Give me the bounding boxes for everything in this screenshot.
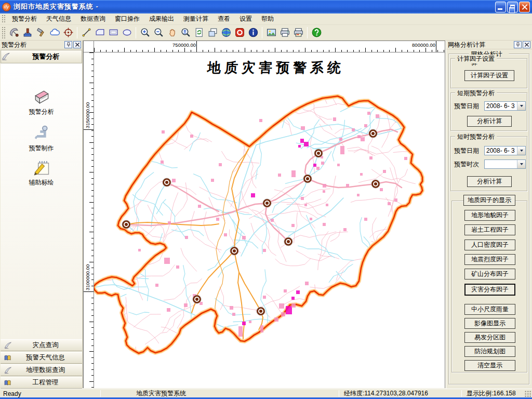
map-canvas-wrap: 地质灾害预警系统 <box>94 52 445 388</box>
short-term-analyze-button[interactable]: 分析计算 <box>467 116 512 127</box>
disaster-point[interactable] <box>257 307 265 315</box>
pin-button[interactable] <box>64 41 72 48</box>
book-icon <box>4 379 12 387</box>
rectangle-tool-button[interactable] <box>107 26 120 39</box>
info-button[interactable] <box>246 26 260 39</box>
extra-button-影像图显示[interactable]: 影像图显示 <box>464 318 515 329</box>
extra-button-易发分区图[interactable]: 易发分区图 <box>464 332 515 343</box>
hammer-button[interactable] <box>34 26 48 39</box>
polygon-tool-button[interactable] <box>93 26 107 39</box>
disaster-point[interactable] <box>303 175 312 183</box>
close-icon <box>524 42 530 48</box>
image-button[interactable] <box>264 26 278 39</box>
cloud-icon <box>49 27 60 38</box>
globe-button[interactable] <box>219 26 233 39</box>
toolbar-gripper[interactable] <box>2 26 6 38</box>
help-button[interactable] <box>310 26 323 39</box>
satellite-dish-button[interactable] <box>7 26 21 39</box>
sidebar-bar-地理数据查询[interactable]: 地理数据查询 <box>1 364 82 376</box>
short-term-date-combobox[interactable]: 2008- 6- 3 <box>484 101 526 111</box>
disaster-point[interactable] <box>314 149 323 157</box>
factor-button-矿山分布因子[interactable]: 矿山分布因子 <box>464 269 515 280</box>
factor-button-地形地貌因子[interactable]: 地形地貌因子 <box>464 210 515 221</box>
left-panel-close-button[interactable] <box>73 41 81 48</box>
quill-icon <box>1 52 10 61</box>
status-coordinates: 经纬度:114.273103,28.047916 <box>341 389 460 398</box>
info-icon <box>248 27 259 38</box>
disaster-point[interactable] <box>193 295 201 303</box>
extra-button-防治规划图[interactable]: 防治规划图 <box>464 346 515 357</box>
disaster-point[interactable] <box>122 220 130 229</box>
factor-button-岩土工程因子[interactable]: 岩土工程因子 <box>464 224 515 235</box>
right-panel-close-button[interactable] <box>523 41 530 48</box>
zoom-extent-button[interactable] <box>179 26 192 39</box>
pin-button[interactable] <box>514 41 522 48</box>
menu-gripper[interactable] <box>2 15 6 23</box>
disaster-point[interactable] <box>163 178 171 187</box>
disaster-point[interactable] <box>371 180 380 188</box>
factor-display-header-button[interactable]: 地质因子的显示 <box>463 195 515 206</box>
short-time-date-combobox[interactable]: 2008- 6- 3 <box>484 146 526 155</box>
sidebar-item-预警分析[interactable]: 预警分析 <box>1 87 82 116</box>
menu-item[interactable]: 窗口操作 <box>110 13 144 25</box>
menu-item[interactable]: 成果输出 <box>144 13 179 25</box>
sidebar-bar-预警天气信息[interactable]: 预警天气信息 <box>1 352 82 364</box>
short-time-analyze-button[interactable]: 分析计算 <box>467 176 512 187</box>
menu-bar: 预警分析天气信息数据查询窗口操作成果输出测量计算查看设置帮助 <box>0 14 532 25</box>
line-tool-button[interactable] <box>79 26 93 39</box>
stamp-button[interactable] <box>21 26 34 39</box>
sidebar-bar-灾点查询[interactable]: 灾点查询 <box>1 339 82 351</box>
disaster-point[interactable] <box>230 247 238 255</box>
target-button[interactable] <box>61 26 75 39</box>
menu-item[interactable]: 预警分析 <box>7 13 42 25</box>
refresh-button[interactable] <box>192 26 206 39</box>
right-panel: 网格分析计算 网格分析计算 计算因子设置 计算因子设置 短期预警分析 预警日期 … <box>446 41 532 399</box>
combo-arrow-button[interactable] <box>517 147 525 155</box>
extra-button-清空显示[interactable]: 清空显示 <box>464 360 515 371</box>
menu-item[interactable]: 设置 <box>235 13 257 25</box>
menu-item[interactable]: 测量计算 <box>179 13 213 25</box>
menu-item[interactable]: 天气信息 <box>42 13 76 25</box>
zoom-out-button[interactable] <box>152 26 165 39</box>
restore-button[interactable] <box>507 2 518 12</box>
disaster-point[interactable] <box>263 199 271 207</box>
map-canvas[interactable] <box>94 52 445 388</box>
combo-arrow-button[interactable] <box>517 160 525 168</box>
zoom-in-button[interactable] <box>138 26 152 39</box>
combo-arrow-button[interactable] <box>517 102 525 110</box>
factor-button-灾害分布因子[interactable]: 灾害分布因子 <box>464 284 515 296</box>
factor-button-人口密度因子[interactable]: 人口密度因子 <box>464 240 515 250</box>
sidebar-bar-label: 灾点查询 <box>12 341 79 350</box>
stop-button[interactable] <box>233 26 246 39</box>
sidebar-item-预警制作[interactable]: 预警制作 <box>1 124 82 153</box>
left-panel-section-header[interactable]: 预警分析 <box>1 50 82 63</box>
print-button[interactable] <box>278 26 291 39</box>
disaster-point[interactable] <box>284 237 292 246</box>
toolbar-items <box>7 26 323 39</box>
short-time-times-combobox[interactable] <box>484 159 526 169</box>
print-preview-button[interactable] <box>291 26 305 39</box>
toolbar-separator <box>136 27 136 38</box>
toolbar-separator <box>77 27 77 38</box>
menu-item[interactable]: 数据查询 <box>76 13 110 25</box>
factor-button-地震烈度因子[interactable]: 地震烈度因子 <box>464 254 515 265</box>
rectangle-tool-icon <box>108 27 119 38</box>
close-button[interactable] <box>519 2 530 12</box>
resize-grip[interactable] <box>525 391 531 397</box>
toolbar-separator <box>262 27 262 38</box>
pan-hand-button[interactable] <box>165 26 179 39</box>
ellipse-tool-button[interactable] <box>120 26 134 39</box>
menu-item[interactable]: 查看 <box>213 13 235 25</box>
image-icon <box>266 27 277 38</box>
sidebar-bar-工程管理[interactable]: 工程管理 <box>1 377 82 389</box>
factor-setting-button[interactable]: 计算因子设置 <box>464 70 514 81</box>
extra-button-中小尺度雨量[interactable]: 中小尺度雨量 <box>464 304 515 315</box>
menu-item[interactable]: 帮助 <box>257 13 278 25</box>
disaster-point[interactable] <box>369 129 377 138</box>
cloud-button[interactable] <box>48 26 61 39</box>
sidebar-item-辅助标绘[interactable]: 辅助标绘 <box>1 158 82 187</box>
chevron-down-icon <box>520 150 523 152</box>
minimize-button[interactable] <box>495 2 506 12</box>
layers-button[interactable] <box>206 26 219 39</box>
satellite-dish-icon <box>9 27 20 38</box>
